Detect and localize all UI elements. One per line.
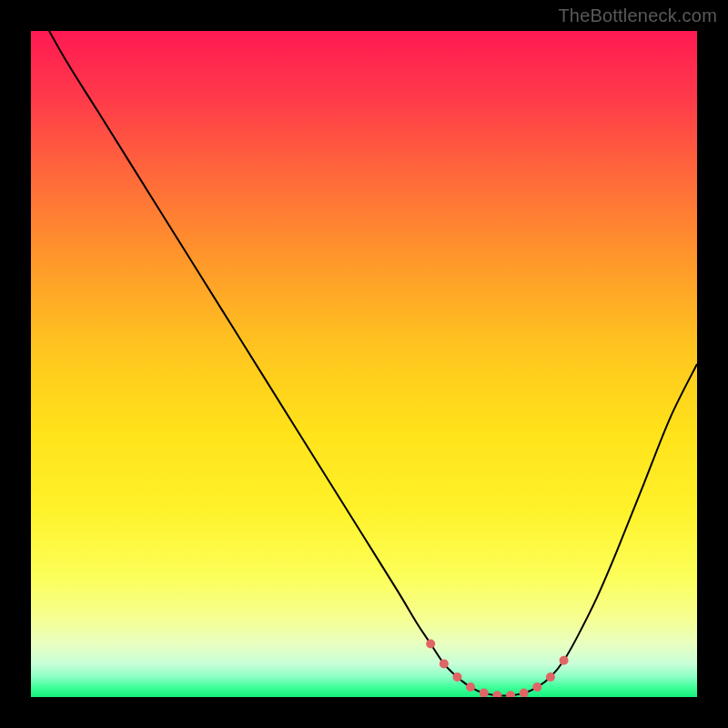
marker-point: [520, 689, 529, 698]
marker-point: [506, 691, 515, 700]
marker-point: [466, 682, 475, 692]
marker-point: [532, 682, 541, 692]
marker-point: [480, 689, 489, 698]
bottleneck-chart: [0, 0, 728, 728]
marker-point: [560, 656, 569, 665]
marker-point: [492, 691, 501, 700]
marker-point: [546, 672, 555, 682]
marker-point: [426, 639, 435, 648]
marker-point: [452, 672, 461, 682]
marker-point: [440, 659, 449, 668]
watermark-text: TheBottleneck.com: [558, 5, 717, 26]
chart-frame: TheBottleneck.com: [0, 0, 728, 728]
